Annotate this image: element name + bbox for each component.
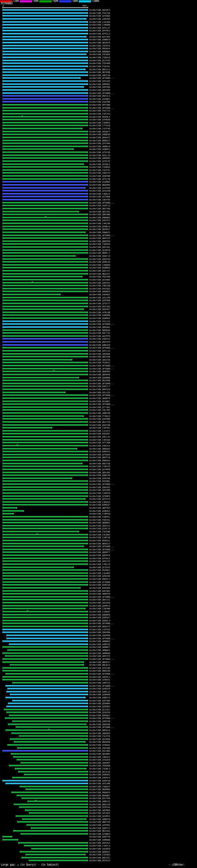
hit-bar[interactable]: [22, 798, 87, 799]
hit-label[interactable]: UniRef100_P62390: [89, 276, 110, 278]
hit-bar[interactable]: [2, 273, 87, 275]
hit-bar[interactable]: [12, 682, 87, 684]
hit-bar[interactable]: [2, 285, 87, 286]
hit-bar[interactable]: [2, 199, 87, 200]
hit-bar[interactable]: [21, 762, 87, 764]
hit-label[interactable]: UniRef100_Q2V9Q5: [89, 15, 110, 17]
hit-bar[interactable]: [2, 146, 87, 147]
hit-label[interactable]: UniRef100_Q98TH5: [89, 258, 110, 260]
hit-bar[interactable]: [2, 71, 87, 73]
hit-bar[interactable]: [17, 759, 87, 761]
hit-bar[interactable]: [22, 818, 86, 820]
hit-label[interactable]: UniRef100_B4G9W1: [89, 480, 110, 483]
hit-label[interactable]: UniRef100_A9S8F7: [89, 130, 110, 133]
hit-label[interactable]: UniRef100_UPI000...: [89, 545, 114, 548]
hit-bar[interactable]: [2, 69, 85, 70]
hit-bar[interactable]: [14, 741, 85, 743]
hit-bar[interactable]: [2, 398, 87, 399]
hit-label[interactable]: UniRef100_Q4D4L4: [89, 620, 110, 622]
hit-label[interactable]: UniRef100_A7NXX1: [89, 679, 110, 681]
hit-bar[interactable]: [2, 238, 87, 239]
hit-label[interactable]: UniRef100_UPI000...: [89, 658, 114, 660]
hit-label[interactable]: UniRef100_C1BC30: [89, 536, 110, 539]
hit-label[interactable]: UniRef100_C1E4D6: [89, 21, 110, 23]
hit-label[interactable]: UniRef100_B6MCL7: [89, 252, 110, 254]
hit-label[interactable]: UniRef100_B6ZVZ7: [89, 273, 110, 275]
hit-label[interactable]: UniRef100_A9V9L2: [89, 676, 110, 678]
hit-label[interactable]: UniRef100_Q9M5M1: [89, 83, 110, 86]
hit-bar[interactable]: [2, 433, 87, 434]
hit-bar[interactable]: [2, 596, 87, 598]
hit-bar[interactable]: [2, 566, 73, 568]
hit-bar[interactable]: [2, 623, 87, 624]
hit-label[interactable]: UniRef100_UPI000...: [89, 77, 114, 80]
hit-bar[interactable]: [10, 694, 87, 695]
hit-bar[interactable]: [2, 498, 85, 500]
hit-label[interactable]: UniRef100_P16181: [89, 65, 110, 68]
hit-bar[interactable]: [2, 184, 87, 186]
hit-label[interactable]: UniRef100_Q6FP18: [89, 456, 110, 459]
hit-label[interactable]: UniRef100_B5X661: [89, 569, 110, 571]
hit-bar[interactable]: [2, 249, 87, 251]
hit-label[interactable]: UniRef100_UPI000...: [89, 202, 114, 204]
hit-label[interactable]: UniRef100_UPI000...: [89, 685, 114, 687]
hit-label[interactable]: UniRef100_A1CEP6: [89, 187, 110, 189]
hit-label[interactable]: UniRef100_B4FUV2: [89, 842, 110, 844]
hit-bar[interactable]: [19, 806, 87, 808]
hit-label[interactable]: UniRef100_C1E9D3: [89, 854, 110, 856]
hit-label[interactable]: UniRef100_B9FZL3: [89, 95, 110, 97]
hit-bar[interactable]: [2, 148, 73, 150]
hit-bar[interactable]: [2, 113, 87, 115]
hit-bar[interactable]: [2, 679, 87, 680]
hit-label[interactable]: UniRef100_C6TD65: [89, 53, 110, 56]
hit-label[interactable]: UniRef100_B7FLZ7: [89, 27, 110, 29]
hit-bar[interactable]: [2, 558, 87, 559]
hit-label[interactable]: UniRef100_Q0JBY8: [89, 41, 110, 44]
hit-bar[interactable]: [6, 638, 87, 639]
hit-label[interactable]: UniRef100_A9RKW8: [89, 839, 110, 841]
hit-label[interactable]: UniRef100_P42733: [89, 110, 110, 112]
hit-label[interactable]: UniRef100_B6ADW7: [89, 795, 110, 797]
hit-bar[interactable]: [2, 646, 87, 648]
hit-bar[interactable]: [2, 513, 13, 515]
hit-bar[interactable]: [2, 66, 87, 67]
hit-bar[interactable]: [2, 21, 87, 23]
hit-label[interactable]: UniRef100_C1C2F1: [89, 430, 110, 432]
hit-label[interactable]: UniRef100_Q4DGE2: [89, 773, 110, 776]
hit-bar[interactable]: [2, 175, 87, 177]
hit-label[interactable]: UniRef100_Q4YWP0: [89, 468, 110, 471]
hit-bar[interactable]: [5, 685, 87, 687]
hit-bar[interactable]: [2, 294, 60, 295]
hit-bar[interactable]: [2, 531, 78, 532]
hit-label[interactable]: UniRef100_Q7SJT8: [89, 178, 110, 180]
hit-label[interactable]: UniRef100_Q4QFV6: [89, 780, 110, 782]
hit-bar[interactable]: [2, 107, 87, 109]
hit-label[interactable]: UniRef100_A9RQ30: [89, 133, 110, 136]
hit-bar[interactable]: [2, 137, 87, 138]
hit-label[interactable]: UniRef100_A4B4G1: [89, 510, 110, 513]
hit-label[interactable]: UniRef100_B3MC87: [89, 504, 110, 506]
hit-bar[interactable]: [2, 667, 87, 669]
hit-label[interactable]: UniRef100_Q58190: [89, 424, 110, 427]
hit-label[interactable]: UniRef100_A2FAE5: [89, 812, 110, 814]
hit-label[interactable]: UniRef100_B4Z5Q3: [89, 287, 110, 290]
hit-bar[interactable]: [2, 255, 75, 257]
hit-label[interactable]: UniRef100_A4MC02: [89, 643, 110, 646]
hit-bar[interactable]: [9, 765, 87, 766]
hit-label[interactable]: UniRef100_C8VF99: [89, 198, 110, 201]
hit-label[interactable]: UniRef100_C5KYR1: [89, 427, 110, 429]
hit-bar[interactable]: [2, 412, 87, 414]
hit-label[interactable]: UniRef100_B4R468: [89, 587, 110, 589]
hit-bar[interactable]: [2, 89, 87, 91]
hit-bar[interactable]: [2, 780, 87, 781]
hit-bar[interactable]: [2, 220, 87, 221]
hit-label[interactable]: UniRef100_B9PQH7: [89, 714, 110, 717]
hit-bar[interactable]: [2, 495, 87, 497]
hit-label[interactable]: UniRef100_B9CFG6: [89, 463, 110, 465]
hit-label[interactable]: UniRef100_Q56F13: [89, 255, 110, 257]
hit-bar[interactable]: [2, 297, 87, 298]
hit-bar[interactable]: [2, 510, 23, 512]
hit-label[interactable]: UniRef100_Q65766: [89, 208, 110, 210]
hit-bar[interactable]: [2, 676, 87, 678]
hit-bar[interactable]: [2, 516, 87, 518]
